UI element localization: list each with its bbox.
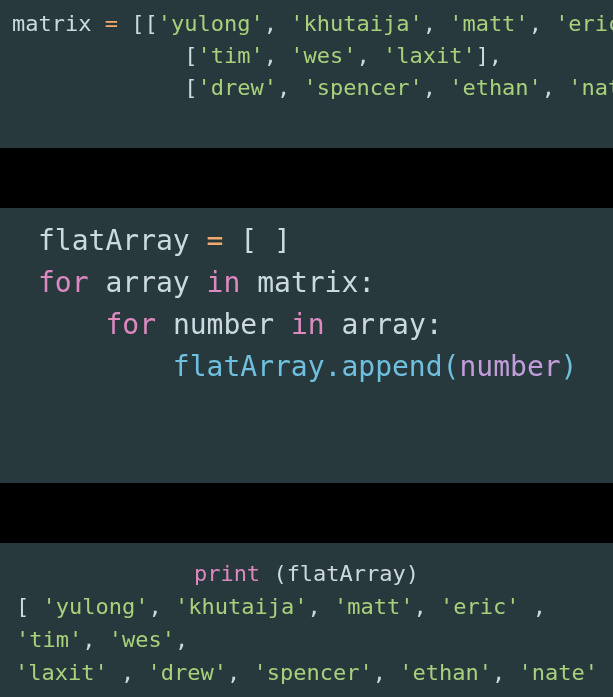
var-array: array [105,266,189,299]
paren-close: ) [561,350,578,383]
comma: , [175,627,188,652]
var-matrix: matrix [257,266,358,299]
var-flatarray: flatArray [173,350,325,383]
comma: , [264,11,291,36]
func-print: print [194,561,260,586]
var-number: number [459,350,560,383]
var-number: number [173,308,274,341]
paren-close: ) [406,561,419,586]
comma: , [413,594,440,619]
var-array: array [341,308,425,341]
comma: , [227,660,254,685]
string-literal: 'drew' [197,75,276,100]
string-literal: 'matt' [334,594,413,619]
indent [38,350,173,383]
comma: , [542,75,569,100]
string-literal: 'ethan' [449,75,542,100]
string-literal: 'khutaija' [175,594,307,619]
comma: , [264,43,291,68]
comma: , [148,594,175,619]
code-line-flatarray-init: flatArray = [ ] [38,220,597,262]
comma: , [529,11,556,36]
code-block-matrix-definition: matrix = [['yulong', 'khutaija', 'matt',… [0,0,613,148]
bracket: [ [16,594,43,619]
string-literal: 'ethan' [399,660,492,685]
code-line-2: ['tim', 'wes', 'laxit'], [12,40,601,72]
code-line-outer-for: for array in matrix: [38,262,597,304]
comma: , [519,594,546,619]
assign-op: = [105,11,132,36]
string-literal: 'nate' [518,660,597,685]
comma: , [82,627,109,652]
string-literal: 'spencer' [303,75,422,100]
paren-open: ( [273,561,286,586]
code-line-inner-for: for number in array: [38,304,597,346]
comma: , [423,75,450,100]
dot: . [325,350,342,383]
bracket: ], [476,43,503,68]
string-literal: 'khutaija' [290,11,422,36]
string-literal: 'laxit' [383,43,476,68]
indent [12,43,184,68]
code-block-loop: flatArray = [ ] for array in matrix: for… [0,208,613,483]
string-literal: 'nate' [568,75,613,100]
code-line-3: ['drew', 'spencer', 'ethan', 'nate']] [12,72,601,104]
paren-open: ( [443,350,460,383]
empty-list: [ ] [240,224,291,257]
string-literal: 'spencer' [254,660,373,685]
code-line-print: print (flatArray) [10,557,603,590]
comma: , [492,660,519,685]
method-append: append [341,350,442,383]
comma: , [423,11,450,36]
var-flatarray: flatArray [38,224,207,257]
keyword-for: for [105,308,156,341]
code-block-output: print (flatArray) [ 'yulong', 'khutaija'… [0,543,613,697]
comma: , [277,75,304,100]
comma: , [307,594,334,619]
comma: , [356,43,383,68]
string-literal: 'wes' [290,43,356,68]
var-matrix: matrix [12,11,105,36]
string-literal: 'drew' [148,660,227,685]
output-line-1: [ 'yulong', 'khutaija', 'matt', 'eric' ,… [10,590,603,656]
code-line-1: matrix = [['yulong', 'khutaija', 'matt',… [12,8,601,40]
bracket: [[ [131,11,158,36]
bracket: [ [184,75,197,100]
var-flatarray: flatArray [287,561,406,586]
comma: , [108,660,148,685]
string-literal: 'matt' [449,11,528,36]
string-literal: 'wes' [109,627,175,652]
colon: : [358,266,375,299]
string-literal: 'laxit' [15,660,108,685]
indent [38,308,105,341]
string-literal: 'tim' [197,43,263,68]
string-literal: 'eric' [440,594,519,619]
indent [12,75,184,100]
output-line-2: 'laxit' , 'drew', 'spencer', 'ethan', 'n… [10,656,603,697]
assign-op: = [207,224,241,257]
string-literal: 'yulong' [158,11,264,36]
code-line-append: flatArray.append(number) [38,346,597,388]
comma: , [373,660,400,685]
keyword-for: for [38,266,89,299]
keyword-in: in [207,266,241,299]
string-literal: 'tim' [16,627,82,652]
bracket: [ [184,43,197,68]
colon: : [426,308,443,341]
string-literal: 'eric' [555,11,613,36]
keyword-in: in [291,308,325,341]
string-literal: 'yulong' [43,594,149,619]
